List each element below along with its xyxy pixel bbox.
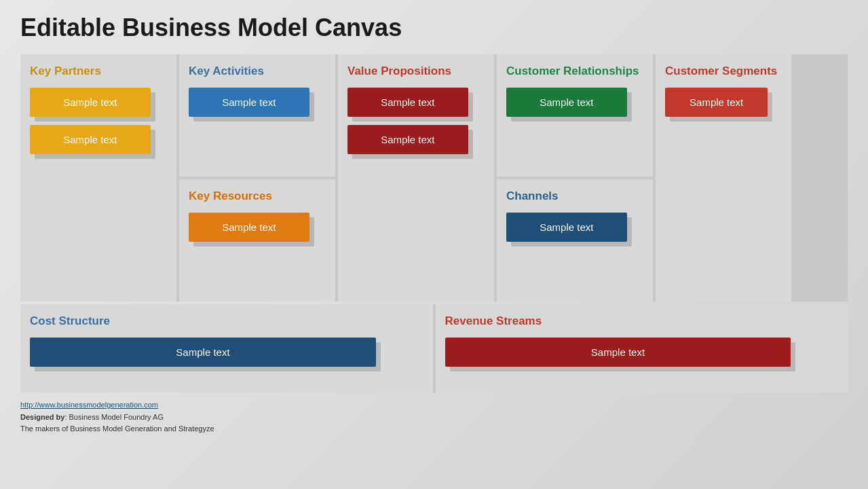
cost-structure-tag-1: Sample text — [30, 338, 376, 367]
cell-channels: Channels Sample text — [497, 179, 653, 302]
page-title: Editable Business Model Canvas — [20, 14, 848, 42]
value-propositions-tag-2: Sample text — [347, 125, 468, 154]
cell-key-activities: Key Activities Sample text — [179, 54, 335, 177]
cost-structure-title: Cost Structure — [30, 314, 423, 328]
key-activities-tag-1: Sample text — [189, 88, 309, 117]
cell-key-partners: Key Partners Sample text Sample text — [20, 54, 176, 302]
footer-designed-by: Business Model Foundry AG — [69, 413, 164, 421]
col-activities-resources: Key Activities Sample text Key Resources… — [179, 54, 335, 302]
customer-segments-tag-1: Sample text — [665, 88, 768, 117]
cell-customer-segments: Customer Segments Sample text — [656, 54, 791, 302]
cell-revenue-streams: Revenue Streams Sample text — [436, 304, 848, 393]
key-activities-title: Key Activities — [189, 64, 326, 78]
footer: http://www.businessmodelgeneration.com D… — [20, 399, 848, 435]
col-cust-rel-channels: Customer Relationships Sample text Chann… — [497, 54, 653, 302]
revenue-streams-tag-1: Sample text — [445, 338, 791, 367]
value-propositions-title: Value Propositions — [347, 64, 485, 78]
key-partners-tag-1: Sample text — [30, 88, 151, 117]
footer-tagline: The makers of Business Model Generation … — [20, 424, 214, 433]
cell-value-propositions: Value Propositions Sample text Sample te… — [338, 54, 494, 302]
cell-cost-structure: Cost Structure Sample text — [20, 304, 433, 393]
value-propositions-tag-1: Sample text — [347, 88, 468, 117]
customer-relationships-title: Customer Relationships — [506, 64, 643, 78]
cell-customer-relationships: Customer Relationships Sample text — [497, 54, 653, 177]
channels-title: Channels — [506, 189, 643, 203]
key-resources-title: Key Resources — [189, 189, 326, 203]
customer-segments-title: Customer Segments — [665, 64, 782, 78]
customer-relationships-tag-1: Sample text — [506, 88, 627, 117]
key-partners-title: Key Partners — [30, 64, 167, 78]
cell-key-resources: Key Resources Sample text — [179, 179, 335, 302]
footer-designed-label: Designed by: — [20, 413, 69, 421]
key-resources-tag-1: Sample text — [189, 213, 309, 242]
key-partners-tag-2: Sample text — [30, 125, 151, 154]
revenue-streams-title: Revenue Streams — [445, 314, 839, 328]
channels-tag-1: Sample text — [506, 213, 627, 242]
canvas-bottom: Cost Structure Sample text Revenue Strea… — [20, 304, 848, 393]
canvas-wrapper: Key Partners Sample text Sample text Key… — [20, 54, 848, 393]
footer-url[interactable]: http://www.businessmodelgeneration.com — [20, 401, 158, 409]
canvas-main: Key Partners Sample text Sample text Key… — [20, 54, 848, 302]
